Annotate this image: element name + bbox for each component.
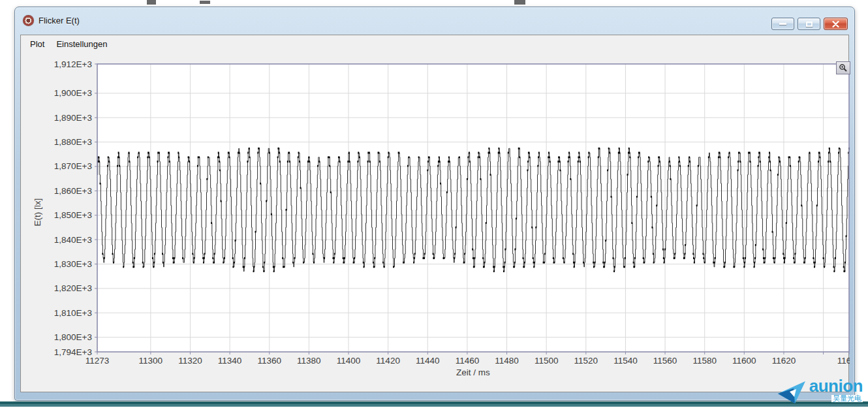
x-tick-label: 11460 — [456, 356, 480, 366]
x-tick-label: 11520 — [574, 356, 598, 366]
x-axis-title: Zeit / ms — [456, 368, 490, 377]
y-tick-label: 1,800E+3 — [54, 332, 92, 342]
close-button[interactable] — [824, 18, 848, 30]
app-window: Flicker E(t) PlotEinstellungen 112731130… — [14, 7, 855, 401]
y-tick-label: 1,860E+3 — [54, 186, 92, 196]
x-tick-label: 11620 — [772, 356, 796, 366]
x-tick-label: 11480 — [495, 356, 519, 366]
background-window-fragment — [147, 0, 156, 5]
x-tick-label: 11440 — [416, 356, 440, 366]
minimize-icon — [779, 23, 786, 25]
aunion-logo-icon — [777, 380, 807, 405]
chart-canvas[interactable]: 1127311300113201134011360113801140011420… — [21, 52, 850, 393]
background-window-fragment — [514, 0, 525, 5]
x-tick-label: 11320 — [178, 356, 202, 366]
background-window-fragment — [200, 1, 210, 4]
y-tick-label: 1,830E+3 — [54, 259, 92, 269]
watermark-brand: aunion — [809, 377, 863, 394]
x-tick-label: 11600 — [732, 356, 756, 366]
x-tick-label: 11560 — [653, 356, 677, 366]
minimize-button[interactable] — [771, 18, 794, 30]
x-tick-label: 11380 — [297, 356, 321, 366]
window-title: Flicker E(t) — [39, 16, 80, 25]
menu-bar: PlotEinstellungen — [21, 35, 848, 52]
bottom-band — [0, 404, 868, 407]
x-tick-label: 11653 — [837, 356, 850, 366]
x-tick-label: 11360 — [257, 356, 281, 366]
title-bar[interactable]: Flicker E(t) — [15, 7, 854, 35]
x-tick-label: 11300 — [139, 356, 163, 366]
x-tick-label: 11420 — [376, 356, 400, 366]
restore-icon — [806, 22, 813, 27]
watermark: aunion 昊量光电 — [777, 377, 863, 405]
close-icon — [832, 21, 839, 27]
y-tick-label: 1,820E+3 — [54, 283, 92, 293]
plot-zoom-tool-button[interactable] — [836, 61, 850, 74]
x-tick-label: 11500 — [535, 356, 559, 366]
restore-button[interactable] — [798, 18, 820, 30]
y-tick-label: 1,880E+3 — [54, 137, 92, 147]
y-tick-label: 1,900E+3 — [54, 88, 92, 98]
y-tick-label: 1,810E+3 — [54, 308, 92, 318]
x-tick-label: 11400 — [337, 356, 361, 366]
x-tick-label: 11273 — [85, 356, 110, 366]
y-tick-label: 1,794E+3 — [54, 347, 92, 357]
x-tick-label: 11340 — [218, 356, 242, 366]
watermark-cjk: 昊量光电 — [831, 395, 863, 402]
x-tick-label: 11580 — [692, 356, 717, 366]
y-tick-label: 1,850E+3 — [54, 210, 92, 220]
menu-item-plot[interactable]: Plot — [24, 37, 50, 52]
y-tick-label: 1,840E+3 — [54, 235, 92, 245]
client-area: PlotEinstellungen 1127311300113201134011… — [20, 35, 849, 392]
magnifier-icon — [839, 63, 848, 72]
app-icon — [23, 15, 34, 26]
y-tick-label: 1,912E+3 — [54, 59, 92, 69]
y-tick-label: 1,890E+3 — [54, 113, 92, 123]
x-tick-label: 11540 — [613, 356, 638, 366]
y-axis-title: E(t) [lx] — [33, 198, 42, 227]
y-tick-label: 1,870E+3 — [54, 161, 92, 171]
menu-item-einstellungen[interactable]: Einstellungen — [50, 37, 113, 52]
